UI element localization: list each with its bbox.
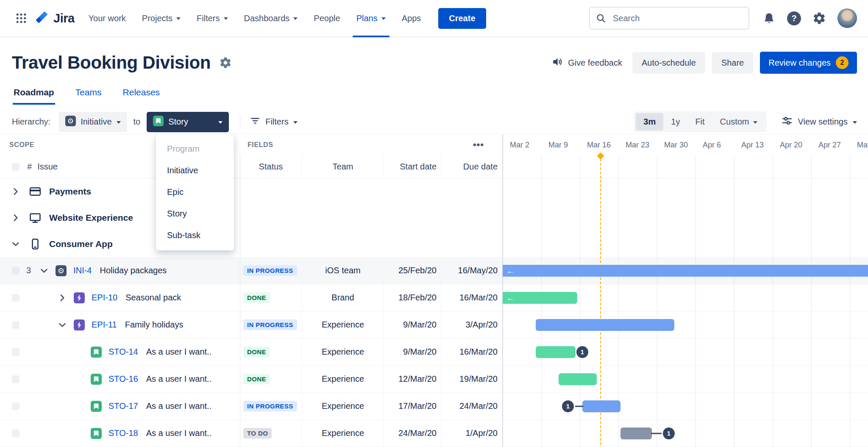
issue-row-sto-14[interactable]: STO-14 As a user I want.. DONE Experienc… xyxy=(0,339,868,366)
row-checkbox[interactable] xyxy=(12,321,19,329)
zoom-option-custom[interactable]: Custom xyxy=(712,113,765,130)
status-lozenge[interactable]: IN PROGRESS xyxy=(243,401,297,411)
issue-row-epi-11[interactable]: EPI-11 Family holidays IN PROGRESS Exper… xyxy=(0,311,868,339)
due-date-cell[interactable]: 3/Apr/20 xyxy=(441,311,503,338)
issue-key-link[interactable]: STO-17 xyxy=(108,401,138,411)
gantt-bar-epi-10[interactable]: ← xyxy=(503,292,577,304)
group-row-consumer-app[interactable]: Consumer App xyxy=(0,231,868,257)
due-date-column-header[interactable]: Due date xyxy=(441,155,503,178)
issue-row-sto-18[interactable]: STO-18 As a user I want.. TO DO Experien… xyxy=(0,420,868,447)
hierarchy-option-sub-task[interactable]: Sub-task xyxy=(156,225,234,246)
tab-releases[interactable]: Releases xyxy=(122,86,161,105)
issue-key-link[interactable]: STO-18 xyxy=(108,428,138,438)
due-date-cell[interactable]: 16/Mar/20 xyxy=(441,339,503,365)
issue-key-link[interactable]: EPI-10 xyxy=(92,293,117,303)
nav-item-plans[interactable]: Plans xyxy=(348,0,394,36)
status-lozenge[interactable]: DONE xyxy=(243,292,270,303)
select-all-checkbox[interactable] xyxy=(12,163,19,171)
issue-key-link[interactable]: INI-4 xyxy=(73,266,92,275)
gantt-bar-epi-11[interactable] xyxy=(536,319,674,331)
dependency-count-badge[interactable]: 1 xyxy=(663,428,675,439)
chevron-right-icon[interactable] xyxy=(10,212,21,223)
start-date-column-header[interactable]: Start date xyxy=(384,155,441,178)
share-button[interactable]: Share xyxy=(712,52,753,74)
start-date-cell[interactable]: 25/Feb/20 xyxy=(384,257,441,284)
tab-roadmap[interactable]: Roadmap xyxy=(13,86,55,105)
hierarchy-to-dropdown[interactable]: Story xyxy=(147,112,229,132)
create-button[interactable]: Create xyxy=(438,8,486,29)
view-settings-button[interactable]: View settings xyxy=(781,115,857,129)
start-date-cell[interactable]: 9/Mar/20 xyxy=(384,311,441,338)
chevron-down-icon[interactable] xyxy=(10,239,21,250)
hierarchy-option-initiative[interactable]: Initiative xyxy=(156,160,234,181)
nav-item-people[interactable]: People xyxy=(306,0,348,36)
issue-key-link[interactable]: STO-14 xyxy=(108,347,138,357)
row-checkbox[interactable] xyxy=(12,430,19,437)
plan-settings-gear-icon[interactable] xyxy=(219,56,232,69)
status-lozenge[interactable]: IN PROGRESS xyxy=(243,319,297,330)
status-lozenge[interactable]: DONE xyxy=(243,347,270,357)
issue-row-sto-16[interactable]: STO-16 As a user I want.. DONE Experienc… xyxy=(0,366,868,393)
zoom-option-3m[interactable]: 3m xyxy=(636,113,663,130)
chevron-down-icon[interactable] xyxy=(57,319,68,330)
row-checkbox[interactable] xyxy=(12,403,19,410)
issue-row-epi-10[interactable]: EPI-10 Seasonal pack DONE Brand 18/Feb/2… xyxy=(0,284,868,311)
start-date-cell[interactable]: 17/Mar/20 xyxy=(384,393,441,419)
status-lozenge[interactable]: IN PROGRESS xyxy=(243,265,297,276)
jira-logo[interactable]: Jira xyxy=(35,11,75,26)
due-date-cell[interactable]: 1/Apr/20 xyxy=(441,420,503,447)
fields-more-button[interactable]: ••• xyxy=(473,139,484,150)
team-cell[interactable]: Brand xyxy=(302,284,384,311)
hierarchy-from-dropdown[interactable]: Initiative xyxy=(59,112,127,132)
filters-button[interactable]: Filters xyxy=(250,115,297,128)
hierarchy-option-epic[interactable]: Epic xyxy=(156,181,234,203)
due-date-cell[interactable]: 19/Mar/20 xyxy=(441,366,503,392)
start-date-cell[interactable]: 9/Mar/20 xyxy=(384,339,441,365)
nav-item-filters[interactable]: Filters xyxy=(189,0,236,36)
chevron-down-icon[interactable] xyxy=(39,265,50,276)
status-lozenge[interactable]: DONE xyxy=(243,374,270,384)
team-cell[interactable]: iOS team xyxy=(302,257,384,284)
review-changes-button[interactable]: Review changes 2 xyxy=(760,52,857,74)
hierarchy-option-story[interactable]: Story xyxy=(156,203,234,225)
app-switcher-icon[interactable] xyxy=(12,9,31,28)
tab-teams[interactable]: Teams xyxy=(75,86,103,105)
team-cell[interactable]: Experience xyxy=(302,366,384,392)
group-row-payments[interactable]: Payments xyxy=(0,178,868,205)
group-row-website-experience[interactable]: Website Experience xyxy=(0,205,868,231)
row-checkbox[interactable] xyxy=(12,294,19,302)
team-cell[interactable]: Experience xyxy=(302,393,384,419)
row-checkbox[interactable] xyxy=(12,375,19,383)
status-lozenge[interactable]: TO DO xyxy=(243,428,272,439)
gantt-bar-sto-16[interactable] xyxy=(559,373,597,385)
team-cell[interactable]: Experience xyxy=(302,420,384,447)
settings-gear-icon[interactable] xyxy=(811,10,828,27)
zoom-option-1y[interactable]: 1y xyxy=(663,113,687,130)
auto-schedule-button[interactable]: Auto-schedule xyxy=(632,52,705,74)
give-feedback-button[interactable]: Give feedback xyxy=(548,51,626,75)
due-date-cell[interactable]: 16/May/20 xyxy=(441,257,503,284)
due-date-cell[interactable]: 24/Mar/20 xyxy=(441,393,503,419)
status-column-header[interactable]: Status xyxy=(240,155,302,178)
chevron-right-icon[interactable] xyxy=(10,186,21,197)
team-cell[interactable]: Experience xyxy=(302,339,384,365)
issue-row-sto-17[interactable]: STO-17 As a user I want.. IN PROGRESS Ex… xyxy=(0,393,868,420)
gantt-bar-sto-17[interactable] xyxy=(582,400,620,412)
issue-key-link[interactable]: STO-16 xyxy=(108,374,138,384)
chevron-right-icon[interactable] xyxy=(57,292,68,303)
start-date-cell[interactable]: 12/Mar/20 xyxy=(384,366,441,392)
issue-row-ini-4[interactable]: 3 INI-4 Holiday packages IN PROGRESS iOS… xyxy=(0,257,868,284)
issue-key-link[interactable]: EPI-11 xyxy=(92,320,117,330)
notifications-icon[interactable] xyxy=(760,10,777,27)
dependency-count-badge[interactable]: 1 xyxy=(562,400,574,412)
dependency-count-badge[interactable]: 1 xyxy=(576,346,588,358)
gantt-bar-sto-18[interactable] xyxy=(620,428,652,439)
row-checkbox[interactable] xyxy=(12,348,19,356)
row-checkbox[interactable] xyxy=(12,267,19,275)
user-avatar[interactable] xyxy=(837,8,857,28)
start-date-cell[interactable]: 18/Feb/20 xyxy=(384,284,441,311)
team-cell[interactable]: Experience xyxy=(302,311,384,338)
start-date-cell[interactable]: 24/Mar/20 xyxy=(384,420,441,447)
nav-item-dashboards[interactable]: Dashboards xyxy=(236,0,306,36)
team-column-header[interactable]: Team xyxy=(302,155,384,178)
